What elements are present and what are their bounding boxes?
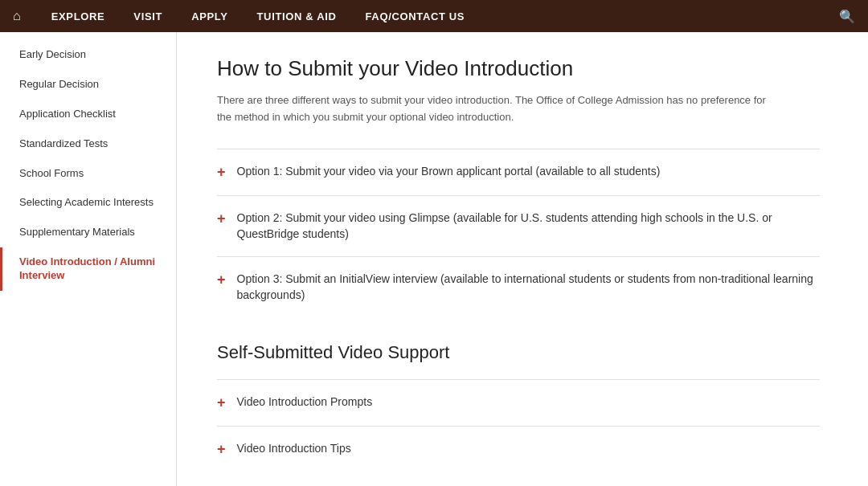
expand-icon-option3: +: [217, 272, 226, 289]
nav-items-list: EXPLORE VISIT APPLY TUITION & AID FAQ/CO…: [37, 0, 839, 32]
accordion-label-prompts: Video Introduction Prompts: [237, 394, 373, 410]
sidebar-item-regular-decision[interactable]: Regular Decision: [0, 70, 176, 100]
page-title: How to Submit your Video Introduction: [217, 56, 820, 81]
accordion-header-option3[interactable]: + Option 3: Submit an InitialView interv…: [217, 272, 820, 303]
nav-item-apply[interactable]: APPLY: [177, 0, 242, 32]
expand-icon-prompts: +: [217, 394, 226, 412]
sidebar-item-video-introduction[interactable]: Video Introduction / Alumni Interview: [0, 247, 176, 291]
page-intro: There are three different ways to submit…: [217, 92, 780, 126]
home-icon[interactable]: ⌂: [13, 9, 21, 23]
accordion-label-tips: Video Introduction Tips: [237, 441, 351, 457]
accordion-header-option1[interactable]: + Option 1: Submit your video via your B…: [217, 164, 820, 182]
sidebar-item-selecting-academic[interactable]: Selecting Academic Interests: [0, 188, 176, 218]
sidebar-item-standardized-tests[interactable]: Standardized Tests: [0, 129, 176, 159]
accordion-header-option2[interactable]: + Option 2: Submit your video using Glim…: [217, 210, 820, 242]
sidebar-item-early-decision[interactable]: Early Decision: [0, 40, 176, 70]
accordion-item-option2: + Option 2: Submit your video using Glim…: [217, 195, 820, 256]
accordion-label-option1: Option 1: Submit your video via your Bro…: [237, 164, 661, 180]
nav-item-visit[interactable]: VISIT: [119, 0, 177, 32]
section2-heading: Self-Submitted Video Support: [217, 342, 820, 363]
accordion-label-option2: Option 2: Submit your video using Glimps…: [237, 210, 820, 242]
expand-icon-option1: +: [217, 164, 226, 182]
sidebar-item-supplementary[interactable]: Supplementary Materials: [0, 218, 176, 247]
sidebar-item-school-forms[interactable]: School Forms: [0, 159, 176, 189]
page-layout: Early Decision Regular Decision Applicat…: [0, 32, 868, 486]
accordion-item-option1: + Option 1: Submit your video via your B…: [217, 149, 820, 196]
search-icon[interactable]: 🔍: [839, 9, 855, 24]
support-accordion-group: + Video Introduction Prompts + Video Int…: [217, 379, 820, 473]
accordion-item-prompts: + Video Introduction Prompts: [217, 379, 820, 427]
top-navigation: ⌂ EXPLORE VISIT APPLY TUITION & AID FAQ/…: [0, 0, 868, 32]
accordion-header-tips[interactable]: + Video Introduction Tips: [217, 441, 820, 459]
sidebar-item-application-checklist[interactable]: Application Checklist: [0, 100, 176, 129]
nav-item-faq[interactable]: FAQ/CONTACT US: [351, 0, 480, 32]
options-accordion-group: + Option 1: Submit your video via your B…: [217, 149, 820, 318]
expand-icon-tips: +: [217, 441, 226, 459]
accordion-item-option3: + Option 3: Submit an InitialView interv…: [217, 256, 820, 317]
accordion-header-prompts[interactable]: + Video Introduction Prompts: [217, 394, 820, 412]
main-content: How to Submit your Video Introduction Th…: [177, 32, 868, 486]
expand-icon-option2: +: [217, 210, 226, 228]
nav-item-explore[interactable]: EXPLORE: [37, 0, 120, 32]
accordion-item-tips: + Video Introduction Tips: [217, 426, 820, 473]
accordion-label-option3: Option 3: Submit an InitialView intervie…: [237, 272, 820, 303]
nav-item-tuition[interactable]: TUITION & AID: [243, 0, 351, 32]
sidebar: Early Decision Regular Decision Applicat…: [0, 32, 177, 486]
